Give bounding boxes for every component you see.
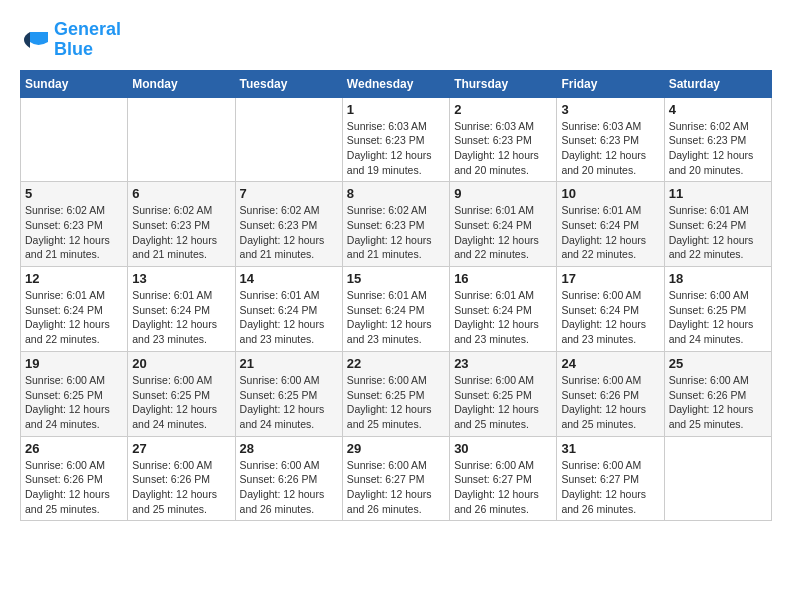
weekday-header: Thursday: [450, 70, 557, 97]
calendar-week-row: 19Sunrise: 6:00 AM Sunset: 6:25 PM Dayli…: [21, 351, 772, 436]
day-number: 30: [454, 441, 552, 456]
day-number: 7: [240, 186, 338, 201]
day-info: Sunrise: 6:00 AM Sunset: 6:25 PM Dayligh…: [454, 373, 552, 432]
day-number: 8: [347, 186, 445, 201]
page-header: General Blue: [20, 20, 772, 60]
logo-icon: [20, 28, 50, 52]
calendar-cell: 13Sunrise: 6:01 AM Sunset: 6:24 PM Dayli…: [128, 267, 235, 352]
day-info: Sunrise: 6:03 AM Sunset: 6:23 PM Dayligh…: [561, 119, 659, 178]
day-number: 27: [132, 441, 230, 456]
calendar-cell: 6Sunrise: 6:02 AM Sunset: 6:23 PM Daylig…: [128, 182, 235, 267]
day-number: 4: [669, 102, 767, 117]
day-info: Sunrise: 6:00 AM Sunset: 6:25 PM Dayligh…: [669, 288, 767, 347]
day-info: Sunrise: 6:01 AM Sunset: 6:24 PM Dayligh…: [669, 203, 767, 262]
day-number: 12: [25, 271, 123, 286]
calendar-cell: 18Sunrise: 6:00 AM Sunset: 6:25 PM Dayli…: [664, 267, 771, 352]
day-info: Sunrise: 6:01 AM Sunset: 6:24 PM Dayligh…: [454, 288, 552, 347]
calendar-week-row: 12Sunrise: 6:01 AM Sunset: 6:24 PM Dayli…: [21, 267, 772, 352]
calendar-cell: 19Sunrise: 6:00 AM Sunset: 6:25 PM Dayli…: [21, 351, 128, 436]
calendar-cell: 9Sunrise: 6:01 AM Sunset: 6:24 PM Daylig…: [450, 182, 557, 267]
day-info: Sunrise: 6:02 AM Sunset: 6:23 PM Dayligh…: [25, 203, 123, 262]
calendar-cell: 10Sunrise: 6:01 AM Sunset: 6:24 PM Dayli…: [557, 182, 664, 267]
day-info: Sunrise: 6:02 AM Sunset: 6:23 PM Dayligh…: [132, 203, 230, 262]
calendar-cell: 20Sunrise: 6:00 AM Sunset: 6:25 PM Dayli…: [128, 351, 235, 436]
day-info: Sunrise: 6:02 AM Sunset: 6:23 PM Dayligh…: [240, 203, 338, 262]
calendar-cell: 5Sunrise: 6:02 AM Sunset: 6:23 PM Daylig…: [21, 182, 128, 267]
calendar-cell: 2Sunrise: 6:03 AM Sunset: 6:23 PM Daylig…: [450, 97, 557, 182]
day-info: Sunrise: 6:00 AM Sunset: 6:26 PM Dayligh…: [240, 458, 338, 517]
day-number: 26: [25, 441, 123, 456]
day-info: Sunrise: 6:03 AM Sunset: 6:23 PM Dayligh…: [454, 119, 552, 178]
day-info: Sunrise: 6:00 AM Sunset: 6:27 PM Dayligh…: [454, 458, 552, 517]
day-number: 23: [454, 356, 552, 371]
day-info: Sunrise: 6:00 AM Sunset: 6:26 PM Dayligh…: [561, 373, 659, 432]
day-number: 13: [132, 271, 230, 286]
logo-text: General Blue: [54, 20, 121, 60]
day-info: Sunrise: 6:01 AM Sunset: 6:24 PM Dayligh…: [132, 288, 230, 347]
day-info: Sunrise: 6:01 AM Sunset: 6:24 PM Dayligh…: [25, 288, 123, 347]
calendar-cell: 24Sunrise: 6:00 AM Sunset: 6:26 PM Dayli…: [557, 351, 664, 436]
calendar-cell: 14Sunrise: 6:01 AM Sunset: 6:24 PM Dayli…: [235, 267, 342, 352]
day-info: Sunrise: 6:00 AM Sunset: 6:26 PM Dayligh…: [132, 458, 230, 517]
calendar-cell: 17Sunrise: 6:00 AM Sunset: 6:24 PM Dayli…: [557, 267, 664, 352]
calendar-cell: 30Sunrise: 6:00 AM Sunset: 6:27 PM Dayli…: [450, 436, 557, 521]
weekday-header: Monday: [128, 70, 235, 97]
day-info: Sunrise: 6:00 AM Sunset: 6:27 PM Dayligh…: [561, 458, 659, 517]
day-number: 6: [132, 186, 230, 201]
calendar-cell: 7Sunrise: 6:02 AM Sunset: 6:23 PM Daylig…: [235, 182, 342, 267]
calendar-cell: [235, 97, 342, 182]
day-number: 2: [454, 102, 552, 117]
day-info: Sunrise: 6:00 AM Sunset: 6:25 PM Dayligh…: [347, 373, 445, 432]
calendar-cell: 11Sunrise: 6:01 AM Sunset: 6:24 PM Dayli…: [664, 182, 771, 267]
day-info: Sunrise: 6:00 AM Sunset: 6:24 PM Dayligh…: [561, 288, 659, 347]
day-info: Sunrise: 6:00 AM Sunset: 6:25 PM Dayligh…: [132, 373, 230, 432]
weekday-header-row: SundayMondayTuesdayWednesdayThursdayFrid…: [21, 70, 772, 97]
day-number: 15: [347, 271, 445, 286]
day-info: Sunrise: 6:03 AM Sunset: 6:23 PM Dayligh…: [347, 119, 445, 178]
day-info: Sunrise: 6:00 AM Sunset: 6:27 PM Dayligh…: [347, 458, 445, 517]
day-info: Sunrise: 6:01 AM Sunset: 6:24 PM Dayligh…: [347, 288, 445, 347]
weekday-header: Wednesday: [342, 70, 449, 97]
calendar-week-row: 26Sunrise: 6:00 AM Sunset: 6:26 PM Dayli…: [21, 436, 772, 521]
day-info: Sunrise: 6:02 AM Sunset: 6:23 PM Dayligh…: [669, 119, 767, 178]
weekday-header: Saturday: [664, 70, 771, 97]
calendar-week-row: 1Sunrise: 6:03 AM Sunset: 6:23 PM Daylig…: [21, 97, 772, 182]
day-number: 31: [561, 441, 659, 456]
day-number: 11: [669, 186, 767, 201]
calendar-cell: 16Sunrise: 6:01 AM Sunset: 6:24 PM Dayli…: [450, 267, 557, 352]
calendar-cell: 27Sunrise: 6:00 AM Sunset: 6:26 PM Dayli…: [128, 436, 235, 521]
day-number: 5: [25, 186, 123, 201]
calendar: SundayMondayTuesdayWednesdayThursdayFrid…: [20, 70, 772, 522]
day-number: 19: [25, 356, 123, 371]
calendar-cell: 25Sunrise: 6:00 AM Sunset: 6:26 PM Dayli…: [664, 351, 771, 436]
calendar-cell: [128, 97, 235, 182]
calendar-cell: 26Sunrise: 6:00 AM Sunset: 6:26 PM Dayli…: [21, 436, 128, 521]
calendar-cell: 1Sunrise: 6:03 AM Sunset: 6:23 PM Daylig…: [342, 97, 449, 182]
day-info: Sunrise: 6:00 AM Sunset: 6:25 PM Dayligh…: [25, 373, 123, 432]
calendar-week-row: 5Sunrise: 6:02 AM Sunset: 6:23 PM Daylig…: [21, 182, 772, 267]
day-number: 14: [240, 271, 338, 286]
calendar-cell: 15Sunrise: 6:01 AM Sunset: 6:24 PM Dayli…: [342, 267, 449, 352]
calendar-cell: 8Sunrise: 6:02 AM Sunset: 6:23 PM Daylig…: [342, 182, 449, 267]
weekday-header: Tuesday: [235, 70, 342, 97]
day-number: 21: [240, 356, 338, 371]
calendar-cell: 21Sunrise: 6:00 AM Sunset: 6:25 PM Dayli…: [235, 351, 342, 436]
calendar-cell: 4Sunrise: 6:02 AM Sunset: 6:23 PM Daylig…: [664, 97, 771, 182]
calendar-cell: 22Sunrise: 6:00 AM Sunset: 6:25 PM Dayli…: [342, 351, 449, 436]
weekday-header: Friday: [557, 70, 664, 97]
day-info: Sunrise: 6:00 AM Sunset: 6:26 PM Dayligh…: [669, 373, 767, 432]
day-number: 1: [347, 102, 445, 117]
day-number: 24: [561, 356, 659, 371]
weekday-header: Sunday: [21, 70, 128, 97]
calendar-cell: 12Sunrise: 6:01 AM Sunset: 6:24 PM Dayli…: [21, 267, 128, 352]
day-number: 22: [347, 356, 445, 371]
day-number: 10: [561, 186, 659, 201]
day-info: Sunrise: 6:02 AM Sunset: 6:23 PM Dayligh…: [347, 203, 445, 262]
day-number: 25: [669, 356, 767, 371]
calendar-cell: 31Sunrise: 6:00 AM Sunset: 6:27 PM Dayli…: [557, 436, 664, 521]
calendar-cell: 28Sunrise: 6:00 AM Sunset: 6:26 PM Dayli…: [235, 436, 342, 521]
day-number: 16: [454, 271, 552, 286]
day-number: 20: [132, 356, 230, 371]
day-info: Sunrise: 6:01 AM Sunset: 6:24 PM Dayligh…: [454, 203, 552, 262]
day-number: 28: [240, 441, 338, 456]
